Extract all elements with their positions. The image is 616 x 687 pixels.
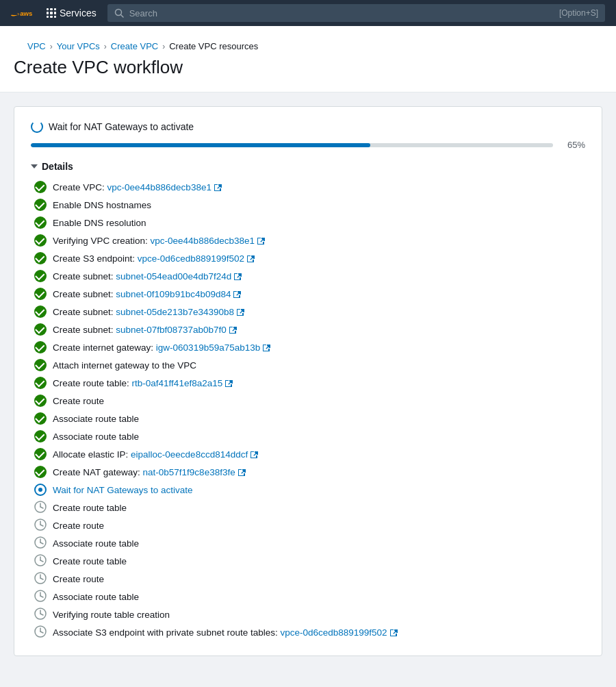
step-text: Create route table bbox=[53, 556, 127, 566]
progress-percent: 65% bbox=[561, 140, 585, 150]
success-icon bbox=[34, 252, 47, 264]
step-text: Create subnet: subnet-07fbf08737ab0b7f0 bbox=[53, 325, 237, 335]
success-icon bbox=[34, 181, 47, 193]
list-item: Associate route table bbox=[34, 536, 585, 550]
step-link[interactable]: vpc-0ee44b886decb38e1 bbox=[151, 236, 255, 246]
list-item: Verifying VPC creation: vpc-0ee44b886dec… bbox=[34, 234, 585, 247]
pending-icon bbox=[34, 590, 47, 604]
search-bar[interactable]: [Option+S] bbox=[107, 4, 605, 22]
svg-line-11 bbox=[40, 542, 43, 544]
step-link[interactable]: subnet-07fbf08737ab0b7f0 bbox=[116, 325, 226, 335]
success-icon bbox=[34, 412, 47, 425]
page-title: Create VPC workflow bbox=[14, 57, 602, 78]
step-text: Verifying VPC creation: vpc-0ee44b886dec… bbox=[53, 236, 265, 246]
success-icon bbox=[34, 341, 47, 353]
step-text: Create route bbox=[53, 574, 104, 584]
step-link[interactable]: vpc-0ee44b886decb38e1 bbox=[107, 182, 211, 192]
success-icon bbox=[34, 270, 47, 282]
details-toggle[interactable]: Details bbox=[31, 161, 585, 172]
step-link[interactable]: vpce-0d6cedb889199f502 bbox=[280, 627, 387, 638]
step-link[interactable]: rtb-0af41ff41ef8a2a15 bbox=[132, 378, 223, 388]
step-text: Create VPC: vpc-0ee44b886decb38e1 bbox=[53, 182, 222, 192]
progress-bar-fill bbox=[31, 143, 370, 147]
breadcrumb-create-vpc[interactable]: Create VPC bbox=[111, 41, 158, 51]
search-icon bbox=[114, 8, 124, 18]
svg-line-26 bbox=[40, 632, 43, 633]
list-item: Create route bbox=[34, 519, 585, 532]
step-text: Verifying route table creation bbox=[53, 610, 170, 620]
pending-icon bbox=[34, 572, 47, 586]
step-text: Associate route table bbox=[53, 432, 139, 442]
step-link[interactable]: nat-0b57f1f9c8e38f3fe bbox=[143, 467, 235, 477]
step-text: Associate S3 endpoint with private subne… bbox=[53, 627, 398, 638]
success-icon bbox=[34, 216, 47, 229]
spinner-icon bbox=[31, 121, 43, 133]
success-icon bbox=[34, 448, 47, 460]
success-icon bbox=[34, 377, 47, 389]
step-link[interactable]: igw-060319b59a75ab13b bbox=[156, 342, 260, 353]
external-link-icon bbox=[257, 237, 265, 245]
step-link[interactable]: subnet-05de213b7e34390b8 bbox=[116, 307, 234, 317]
step-link[interactable]: subnet-054ead00e4db7f24d bbox=[116, 271, 231, 282]
pending-icon bbox=[34, 536, 47, 551]
progress-bar-track bbox=[31, 143, 553, 147]
list-item: Create route table bbox=[34, 501, 585, 514]
step-text: Create NAT gateway: nat-0b57f1f9c8e38f3f… bbox=[53, 467, 246, 477]
list-item: Enable DNS resolution bbox=[34, 216, 585, 229]
success-icon bbox=[34, 359, 47, 371]
step-text: Create route table bbox=[53, 503, 127, 513]
step-text: Create subnet: subnet-054ead00e4db7f24d bbox=[53, 271, 242, 282]
list-item: Create subnet: subnet-05de213b7e34390b8 bbox=[34, 305, 585, 318]
chevron-down-icon bbox=[31, 164, 38, 168]
step-text: Associate route table bbox=[53, 592, 139, 602]
progress-header: Wait for NAT Gateways to activate bbox=[31, 121, 585, 133]
success-icon bbox=[34, 466, 47, 478]
external-link-icon bbox=[262, 344, 270, 352]
search-input[interactable] bbox=[129, 8, 554, 18]
search-shortcut: [Option+S] bbox=[559, 8, 598, 18]
list-item: Associate route table bbox=[34, 590, 585, 603]
list-item: Attach internet gateway to the VPC bbox=[34, 358, 585, 372]
list-item: Associate S3 endpoint with private subne… bbox=[34, 625, 585, 639]
svg-line-2 bbox=[120, 15, 123, 18]
step-text: Create S3 endpoint: vpce-0d6cedb889199f5… bbox=[53, 253, 255, 264]
external-link-icon bbox=[214, 184, 222, 192]
external-link-icon bbox=[233, 273, 242, 281]
list-item: Create NAT gateway: nat-0b57f1f9c8e38f3f… bbox=[34, 465, 585, 479]
step-text: Create route bbox=[53, 521, 104, 531]
services-button[interactable]: Services bbox=[44, 8, 99, 18]
list-item: Create subnet: subnet-0f109b91bc4b09d84 bbox=[34, 287, 585, 301]
pending-icon bbox=[34, 519, 47, 533]
breadcrumb-current: Create VPC resources bbox=[169, 41, 258, 51]
step-text: Wait for NAT Gateways to activate bbox=[53, 485, 193, 495]
svg-line-8 bbox=[40, 525, 43, 526]
list-item: Wait for NAT Gateways to activate bbox=[34, 483, 585, 497]
breadcrumb-vpc[interactable]: VPC bbox=[27, 41, 46, 51]
step-text: Create internet gateway: igw-060319b59a7… bbox=[53, 342, 270, 353]
list-item: Enable DNS hostnames bbox=[34, 198, 585, 212]
step-link[interactable]: eipalloc-0eecde8ccd814ddcf bbox=[131, 449, 248, 460]
svg-line-17 bbox=[40, 578, 43, 579]
success-icon bbox=[34, 430, 47, 442]
breadcrumb-your-vpcs[interactable]: Your VPCs bbox=[57, 41, 100, 51]
svg-line-23 bbox=[40, 614, 43, 615]
page-header: VPC › Your VPCs › Create VPC › Create VP… bbox=[0, 26, 616, 92]
breadcrumb-sep-2: › bbox=[104, 42, 107, 51]
aws-logo: aws bbox=[11, 5, 36, 21]
success-icon bbox=[34, 234, 47, 247]
details-label: Details bbox=[42, 161, 73, 172]
success-icon bbox=[34, 199, 47, 211]
step-link[interactable]: subnet-0f109b91bc4b09d84 bbox=[116, 289, 231, 299]
step-text: Associate route table bbox=[53, 414, 139, 424]
list-item: Create route bbox=[34, 572, 585, 586]
list-item: Create route table bbox=[34, 554, 585, 568]
pending-icon bbox=[34, 625, 47, 640]
external-link-icon bbox=[238, 469, 246, 477]
step-link[interactable]: Wait for NAT Gateways to activate bbox=[53, 485, 193, 495]
external-link-icon bbox=[229, 326, 237, 334]
external-link-icon bbox=[250, 451, 258, 459]
step-link[interactable]: vpce-0d6cedb889199f502 bbox=[138, 253, 244, 264]
top-navigation: aws Services [Option+S] bbox=[0, 0, 616, 26]
list-item: Create VPC: vpc-0ee44b886decb38e1 bbox=[34, 180, 585, 194]
success-icon bbox=[34, 288, 47, 300]
